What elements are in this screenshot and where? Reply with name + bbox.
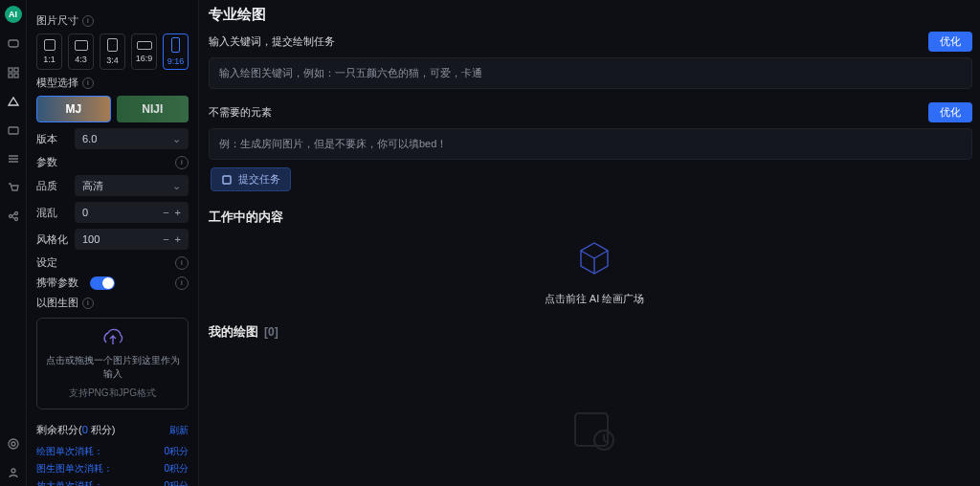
info-icon[interactable]: i bbox=[175, 276, 189, 290]
credit-row: 放大单次消耗：0积分 bbox=[36, 479, 189, 486]
aspect-ratio-group: 1:1 4:3 3:4 16:9 9:16 bbox=[36, 33, 189, 70]
svg-point-9 bbox=[11, 442, 15, 446]
rail-apps-icon[interactable] bbox=[6, 65, 21, 80]
version-label: 版本 bbox=[36, 132, 75, 146]
svg-rect-3 bbox=[9, 74, 12, 77]
prompt-input[interactable]: 输入绘图关键词，例如：一只五颜六色的猫，可爱，卡通 bbox=[209, 57, 972, 89]
wip-title: 工作中的内容 bbox=[209, 209, 980, 226]
credit-row: 图生图单次消耗：0积分 bbox=[36, 462, 189, 475]
gallery-cube-icon[interactable] bbox=[573, 237, 615, 282]
chevron-down-icon: ⌄ bbox=[172, 133, 181, 145]
send-icon bbox=[221, 174, 233, 186]
stylize-label: 风格化 bbox=[36, 232, 75, 247]
chaos-stepper[interactable]: 0−+ bbox=[75, 202, 189, 223]
svg-rect-1 bbox=[9, 68, 12, 72]
submit-task-button[interactable]: 提交任务 bbox=[211, 167, 291, 191]
version-select[interactable]: 6.0⌄ bbox=[75, 128, 189, 149]
brand-badge[interactable]: AI bbox=[5, 6, 22, 23]
rail-settings-icon[interactable] bbox=[6, 436, 21, 452]
svg-rect-0 bbox=[9, 40, 18, 47]
quality-select[interactable]: 高清⌄ bbox=[75, 175, 189, 196]
rail-share-icon[interactable] bbox=[6, 209, 21, 224]
credits-title: 剩余积分(0 积分) bbox=[36, 423, 116, 437]
model-niji[interactable]: NIJI bbox=[117, 96, 189, 122]
upload-dropzone[interactable]: 点击或拖拽一个图片到这里作为输入 支持PNG和JPG格式 bbox=[36, 318, 189, 409]
negative-input[interactable]: 例：生成房间图片，但是不要床，你可以填bed！ bbox=[209, 128, 972, 160]
minus-icon[interactable]: − bbox=[163, 233, 168, 245]
upload-hint-1: 点击或拖拽一个图片到这里作为输入 bbox=[45, 354, 180, 381]
optimize-prompt-button[interactable]: 优化 bbox=[928, 32, 972, 52]
svg-rect-5 bbox=[9, 127, 18, 134]
wip-link[interactable]: 点击前往 AI 绘画广场 bbox=[545, 292, 645, 306]
settings-panel: 图片尺寸i 1:1 4:3 3:4 16:9 9:16 模型选择i MJ NIJ… bbox=[27, 0, 199, 486]
quality-label: 品质 bbox=[36, 179, 75, 193]
chaos-label: 混乱 bbox=[36, 206, 75, 220]
ratio-4-3[interactable]: 4:3 bbox=[68, 33, 94, 70]
ratio-9-16[interactable]: 9:16 bbox=[163, 33, 189, 70]
info-icon[interactable]: i bbox=[175, 256, 189, 270]
rail-cart-icon[interactable] bbox=[6, 180, 21, 195]
svg-rect-4 bbox=[14, 74, 18, 77]
cloud-upload-icon bbox=[100, 327, 126, 348]
info-icon[interactable]: i bbox=[82, 77, 94, 89]
plus-icon[interactable]: + bbox=[175, 207, 181, 218]
page-title: 专业绘图 bbox=[209, 6, 980, 24]
mydraw-title: 我的绘图 bbox=[209, 323, 258, 341]
upload-hint-2: 支持PNG和JPG格式 bbox=[69, 387, 156, 400]
ratio-16-9[interactable]: 16:9 bbox=[131, 33, 157, 70]
optimize-negative-button[interactable]: 优化 bbox=[928, 102, 972, 122]
img2img-label: 以图生图i bbox=[36, 296, 189, 310]
minus-icon[interactable]: − bbox=[163, 207, 168, 218]
chevron-down-icon: ⌄ bbox=[172, 180, 181, 192]
svg-rect-12 bbox=[223, 176, 231, 184]
mydraw-count: [0] bbox=[264, 325, 278, 339]
rail-chat-icon[interactable] bbox=[6, 36, 21, 52]
model-label: 模型选择i bbox=[36, 76, 189, 90]
mydraw-empty-icon bbox=[209, 408, 980, 453]
stylize-stepper[interactable]: 100−+ bbox=[75, 229, 189, 250]
plus-icon[interactable]: + bbox=[175, 233, 181, 245]
carry-toggle[interactable] bbox=[90, 276, 115, 290]
credits-block: 剩余积分(0 积分) 刷新 绘图单次消耗：0积分 图生图单次消耗：0积分 放大单… bbox=[36, 423, 189, 486]
credit-row: 绘图单次消耗：0积分 bbox=[36, 445, 189, 458]
svg-rect-13 bbox=[575, 413, 608, 446]
prompt-section-title: 输入关键词，提交绘制任务 bbox=[209, 34, 335, 49]
info-icon[interactable]: i bbox=[82, 15, 94, 27]
main-area: 专业绘图 输入关键词，提交绘制任务 优化 输入绘图关键词，例如：一只五颜六色的猫… bbox=[199, 0, 980, 486]
carry-label: 携带参数 bbox=[36, 276, 90, 290]
ratio-1-1[interactable]: 1:1 bbox=[36, 33, 62, 70]
params-label: 参数 bbox=[36, 155, 75, 169]
rail-user-icon[interactable] bbox=[6, 465, 21, 480]
settings-label: 设定 bbox=[36, 255, 75, 270]
ratio-3-4[interactable]: 3:4 bbox=[100, 33, 125, 70]
info-icon[interactable]: i bbox=[175, 156, 189, 169]
nav-rail: AI bbox=[0, 0, 27, 486]
svg-rect-2 bbox=[14, 68, 18, 72]
svg-point-10 bbox=[9, 439, 18, 449]
refresh-credits[interactable]: 刷新 bbox=[169, 424, 189, 437]
negative-section-title: 不需要的元素 bbox=[209, 105, 272, 120]
rail-box-icon[interactable] bbox=[6, 122, 21, 138]
info-icon[interactable]: i bbox=[82, 298, 94, 309]
rail-draw-icon[interactable] bbox=[6, 94, 21, 109]
svg-point-11 bbox=[11, 469, 15, 473]
rail-sliders-icon[interactable] bbox=[6, 151, 21, 166]
aspect-label: 图片尺寸i bbox=[36, 13, 189, 28]
model-mj[interactable]: MJ bbox=[36, 96, 111, 122]
